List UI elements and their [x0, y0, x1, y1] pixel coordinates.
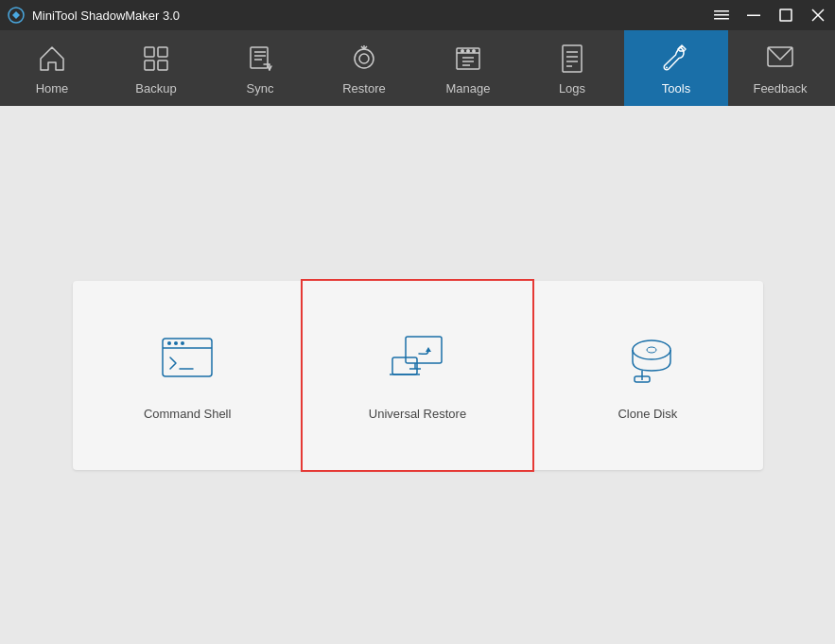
nav-label-feedback: Feedback [753, 81, 807, 96]
nav-item-tools[interactable]: Tools [624, 30, 728, 106]
nav-item-home[interactable]: Home [0, 30, 104, 106]
close-button[interactable] [809, 6, 827, 25]
svg-rect-10 [145, 61, 154, 70]
svg-rect-1 [714, 10, 729, 12]
nav-label-sync: Sync [247, 81, 274, 96]
nav-label-manage: Manage [446, 81, 491, 96]
nav-label-home: Home [36, 81, 69, 96]
svg-rect-8 [145, 47, 154, 57]
nav-label-logs: Logs [559, 81, 585, 96]
tools-icon [659, 42, 693, 76]
nav-label-restore: Restore [342, 81, 386, 96]
nav-item-restore[interactable]: Restore [312, 30, 416, 106]
svg-point-25 [466, 49, 470, 53]
restore-icon [347, 42, 381, 76]
sync-icon [243, 42, 277, 76]
svg-point-36 [167, 341, 171, 345]
logs-icon [555, 42, 589, 76]
window-controls [712, 6, 827, 25]
hamburger-icon[interactable] [712, 6, 731, 25]
svg-point-32 [666, 66, 668, 68]
svg-point-24 [472, 49, 476, 53]
nav-item-logs[interactable]: Logs [520, 30, 624, 106]
clone-disk-icon [618, 329, 678, 393]
svg-point-16 [355, 49, 374, 68]
minimize-button[interactable] [744, 6, 763, 25]
nav-item-manage[interactable]: Manage [416, 30, 520, 106]
home-icon [35, 42, 69, 76]
svg-rect-11 [158, 61, 167, 70]
nav-item-backup[interactable]: Backup [104, 30, 208, 106]
svg-rect-43 [392, 357, 417, 374]
backup-icon [139, 42, 173, 76]
main-content: Command Shell Universal Restore [0, 106, 835, 644]
maximize-button[interactable] [776, 6, 795, 25]
tools-container: Command Shell Universal Restore [73, 281, 763, 470]
svg-rect-9 [158, 47, 167, 57]
manage-icon [451, 42, 485, 76]
nav-label-tools: Tools [662, 81, 690, 96]
app-title: MiniTool ShadowMaker 3.0 [32, 9, 180, 23]
title-bar-left: MiniTool ShadowMaker 3.0 [8, 7, 180, 24]
svg-marker-45 [426, 347, 431, 352]
svg-point-37 [174, 341, 178, 345]
feedback-icon [763, 42, 797, 76]
svg-point-17 [359, 54, 369, 63]
svg-point-38 [181, 341, 184, 345]
title-bar: MiniTool ShadowMaker 3.0 [0, 0, 835, 30]
tool-item-clone-disk[interactable]: Clone Disk [532, 281, 762, 470]
svg-point-49 [647, 347, 656, 353]
svg-rect-5 [780, 9, 792, 21]
svg-point-46 [633, 340, 670, 359]
nav-item-feedback[interactable]: Feedback [728, 30, 832, 106]
nav-bar: Home Backup Sync [0, 30, 835, 106]
svg-point-26 [461, 49, 464, 53]
nav-item-sync[interactable]: Sync [208, 30, 312, 106]
svg-rect-27 [563, 45, 582, 72]
svg-rect-3 [714, 18, 729, 20]
tool-item-command-shell[interactable]: Command Shell [73, 281, 303, 470]
svg-rect-40 [406, 337, 442, 363]
nav-label-backup: Backup [135, 81, 176, 96]
svg-rect-4 [747, 15, 760, 17]
command-shell-label: Command Shell [144, 407, 232, 421]
tool-item-universal-restore[interactable]: Universal Restore [301, 279, 534, 472]
app-logo-icon [8, 7, 25, 24]
command-shell-icon [157, 329, 217, 393]
clone-disk-label: Clone Disk [618, 407, 677, 421]
universal-restore-label: Universal Restore [369, 407, 466, 421]
universal-restore-icon [387, 329, 447, 393]
svg-rect-2 [714, 14, 729, 16]
